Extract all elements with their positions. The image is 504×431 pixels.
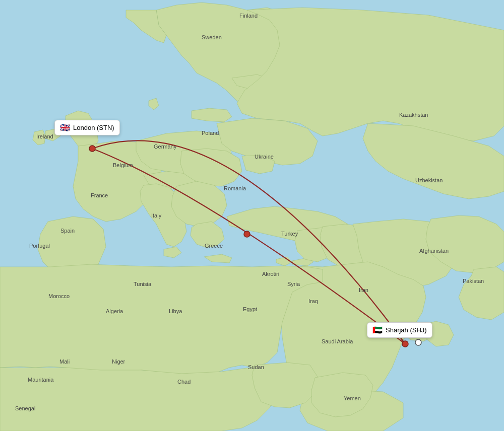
uk-flag-icon: 🇬🇧 [60, 123, 70, 132]
map-container: .land { fill: #c8dba0; stroke: #9ab870; … [0, 0, 504, 431]
sharjah-location-label: 🇦🇪 Sharjah (SHJ) [367, 322, 432, 338]
london-label-text: London (STN) [73, 124, 114, 131]
uae-flag-icon: 🇦🇪 [372, 325, 383, 335]
sharjah-label-text: Sharjah (SHJ) [386, 326, 427, 334]
london-location-label: 🇬🇧 London (STN) [54, 120, 120, 135]
